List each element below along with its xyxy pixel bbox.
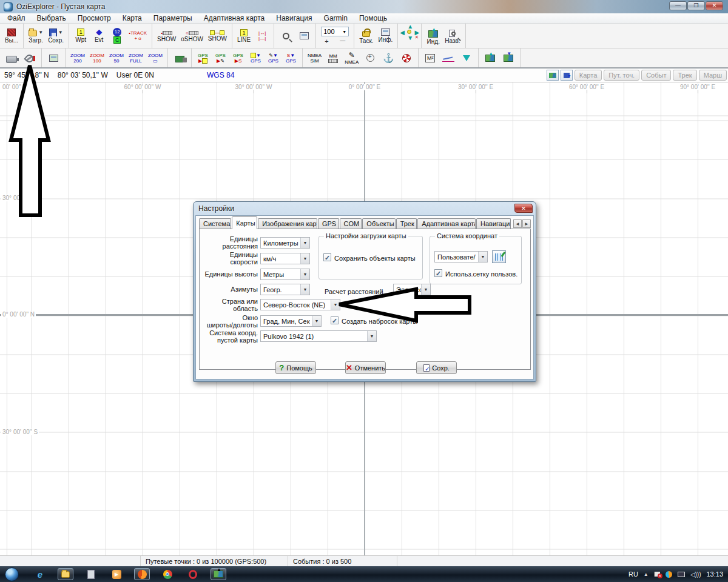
- menu-navigation[interactable]: Навигация: [276, 14, 312, 22]
- windows-button[interactable]: [295, 24, 313, 47]
- zoom-200-button[interactable]: ZOOM200: [68, 52, 87, 64]
- oziexplorer-taskbar-icon[interactable]: [211, 568, 226, 580]
- opera-taskbar-icon[interactable]: [185, 568, 201, 580]
- screen-lock-button[interactable]: [170, 53, 189, 63]
- action-center-icon[interactable]: [654, 572, 660, 577]
- tab-system[interactable]: Система: [199, 218, 231, 229]
- menu-file[interactable]: Файл: [7, 14, 25, 22]
- maximize-button[interactable]: ❐: [687, 1, 705, 10]
- tab-moving-map[interactable]: Адаптивная карта: [417, 218, 476, 229]
- antenna-button[interactable]: [457, 55, 476, 62]
- track-to-gps-button[interactable]: ✎▼ GPS: [265, 53, 282, 64]
- route-to-gps-button[interactable]: S▼ GPS: [282, 53, 300, 64]
- map-image-button[interactable]: [547, 70, 559, 81]
- waypoint-to-gps-button[interactable]: ▼ GPS: [247, 53, 265, 64]
- zoom-50-button[interactable]: ZOOM50: [107, 52, 126, 64]
- use-user-grid-checkbox[interactable]: ✓: [434, 269, 442, 277]
- user-grid-setup-button[interactable]: [492, 250, 506, 263]
- save-button[interactable]: ▼ Сохр.: [46, 24, 66, 47]
- network-icon[interactable]: [678, 572, 685, 577]
- show-events-button[interactable]: ○ oSHOW: [178, 24, 206, 47]
- volume-icon[interactable]: ◁))): [690, 571, 701, 578]
- tab-com[interactable]: COM: [340, 218, 362, 229]
- select-mode-button[interactable]: Вы...: [2, 24, 21, 47]
- save-position-button[interactable]: [561, 70, 573, 81]
- gps-to-route-button[interactable]: GPS ▶S: [229, 53, 247, 64]
- menu-select[interactable]: Выбрать: [37, 14, 66, 22]
- cancel-button[interactable]: ✕Отменить: [345, 361, 386, 374]
- dialog-close-button[interactable]: ✕: [514, 204, 533, 213]
- zoom-100-button[interactable]: ZOOM100: [87, 52, 107, 64]
- map-features-button[interactable]: 1 LINE: [235, 24, 253, 47]
- nmea-log-button[interactable]: ✎ NMEA: [342, 50, 361, 65]
- waypoint-button[interactable]: 1 Wpt: [72, 24, 90, 47]
- azimuth-combo[interactable]: Геогр.▼: [260, 284, 310, 295]
- menu-options[interactable]: Параметры: [153, 14, 192, 22]
- profile-button[interactable]: [439, 53, 457, 62]
- minimize-button[interactable]: —: [669, 1, 687, 10]
- anchor-alarm-button[interactable]: ⚓: [379, 52, 397, 64]
- language-indicator[interactable]: RU: [629, 570, 638, 578]
- menu-moving-map[interactable]: Адаптивная карта: [204, 14, 265, 22]
- blank-map-datum-combo[interactable]: Pulkovo 1942 (1)▼: [260, 330, 377, 342]
- save-map-objects-checkbox[interactable]: ✓: [323, 253, 331, 261]
- gps-to-waypoint-button[interactable]: GPS ▶: [194, 53, 212, 64]
- task-button[interactable]: Таск.: [357, 24, 376, 47]
- country-region-combo[interactable]: Северо-Восток (NE)▼: [260, 299, 340, 310]
- moving-map-button[interactable]: MM: [324, 53, 342, 64]
- distance-units-combo[interactable]: Километры▼: [260, 237, 310, 249]
- zoom-in-button[interactable]: +: [325, 38, 328, 45]
- area-measure-button[interactable]: M²: [421, 53, 439, 63]
- show-waypoints-button[interactable]: • SHOW: [155, 24, 178, 47]
- tab-scroll-right-button[interactable]: ►: [522, 219, 531, 228]
- event-list-button[interactable]: Событ: [641, 70, 671, 81]
- updater-tray-icon[interactable]: [666, 571, 672, 578]
- tab-maps[interactable]: Карты: [232, 216, 257, 229]
- nmea-simulator-button[interactable]: NMEASIM: [305, 52, 324, 64]
- compass-button[interactable]: [361, 53, 379, 62]
- tab-track[interactable]: Трек: [396, 218, 417, 229]
- menu-help[interactable]: Помощь: [359, 14, 387, 22]
- pan-arrows-control[interactable]: ▲ ◀ ▶ ▼ ✕: [400, 24, 419, 40]
- altitude-units-combo[interactable]: Метры▼: [260, 269, 310, 280]
- menu-garmin[interactable]: Garmin: [324, 14, 348, 22]
- magnify-button[interactable]: [277, 24, 295, 47]
- tab-objects[interactable]: Объекты: [362, 218, 395, 229]
- help-button[interactable]: ?Помощь: [275, 361, 316, 374]
- media-player-taskbar-icon[interactable]: ▶: [109, 568, 124, 580]
- save-settings-button[interactable]: Сохр.: [416, 361, 457, 374]
- route-list-button[interactable]: Марш: [699, 70, 727, 81]
- load-button[interactable]: ▼ Загр.: [26, 24, 46, 47]
- close-button[interactable]: ✕: [706, 1, 723, 10]
- track-button[interactable]: •TRACK + o: [126, 24, 149, 47]
- menu-map[interactable]: Карта: [123, 14, 142, 22]
- measure-button[interactable]: |↔| |—|: [253, 24, 271, 47]
- zoom-window-button[interactable]: ZOOM▭: [146, 52, 165, 64]
- show-routes-button[interactable]: SHOW: [206, 24, 229, 47]
- tab-scroll-left-button[interactable]: ◄: [513, 219, 522, 228]
- start-button[interactable]: [5, 567, 19, 581]
- menu-view[interactable]: Просмотр: [78, 14, 111, 22]
- gps-to-track-button[interactable]: GPS ▶✎: [212, 53, 229, 64]
- chrome-taskbar-icon[interactable]: [160, 568, 175, 580]
- event-button[interactable]: ◆ Evt: [90, 24, 108, 47]
- map-upload-button[interactable]: [481, 54, 499, 62]
- explorer-taskbar-icon[interactable]: [58, 568, 73, 580]
- tab-map-images[interactable]: Изображения карт: [258, 218, 317, 229]
- zoom-level-combo[interactable]: 100▼: [321, 27, 349, 36]
- info-button[interactable]: Инф.: [376, 24, 396, 47]
- zoom-full-button[interactable]: ZOOMFULL: [126, 52, 146, 64]
- calculator-taskbar-icon[interactable]: [83, 568, 99, 580]
- map-index-button[interactable]: Инд.: [424, 24, 442, 47]
- tab-gps[interactable]: GPS: [318, 218, 339, 229]
- waypoint-list-button[interactable]: Пут. точ.: [604, 70, 639, 81]
- name-search-button[interactable]: Назв.: [442, 24, 462, 47]
- firefox-taskbar-icon[interactable]: [134, 568, 150, 580]
- zoom-out-button[interactable]: —: [340, 38, 345, 45]
- speed-units-combo[interactable]: км/ч▼: [260, 253, 310, 264]
- track-list-button[interactable]: Трек: [673, 70, 696, 81]
- coordinate-system-combo[interactable]: Пользовате/▼: [434, 251, 488, 263]
- map-comment-button[interactable]: 12 C: [108, 24, 126, 47]
- tab-navigation[interactable]: Навигаци: [476, 218, 511, 229]
- map-list-button[interactable]: Карта: [575, 70, 602, 81]
